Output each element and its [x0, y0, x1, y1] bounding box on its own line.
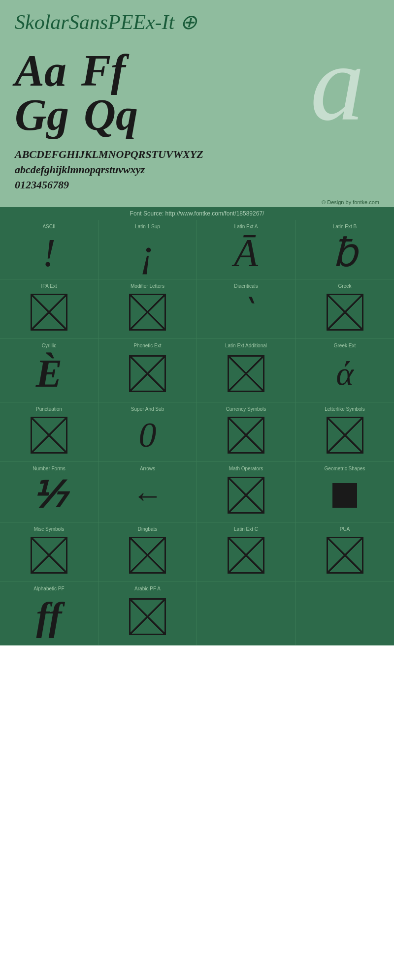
label-misc-symbols: Misc Symbols [34, 526, 65, 532]
cell-currency: Currency Symbols [197, 402, 296, 461]
label-pua: PUA [340, 526, 350, 532]
symbol-pua [327, 535, 363, 576]
source-text: Font Source: http://www.fontke.com/font/… [130, 210, 264, 217]
cell-math-operators: Math Operators [197, 462, 296, 522]
cell-empty-1 [197, 582, 296, 645]
digits: 0123456789 [15, 178, 379, 193]
placeholder-latin-add [228, 355, 264, 392]
letter-row-2: Gg Qq [15, 93, 138, 137]
symbol-misc [31, 535, 67, 576]
symbol-geometric [332, 474, 357, 516]
fraction-glyph: ⅐ [32, 474, 66, 516]
label-dingbats: Dingbats [138, 526, 157, 532]
cell-alphabetic-pf: Alphabetic PF ff [0, 582, 98, 645]
cell-arrows: Arrows ← [98, 462, 197, 522]
placeholder-currency [228, 417, 264, 454]
cell-number-forms: Number Forms ⅐ [0, 462, 98, 522]
cell-latin-ext-a: Latin Ext A Ā [197, 220, 296, 279]
cell-greek: Greek [296, 279, 394, 338]
placeholder-pua [327, 537, 363, 574]
grid-row-5: Number Forms ⅐ Arrows ← Math Operators G… [0, 462, 394, 522]
label-punctuation: Punctuation [36, 406, 62, 412]
symbol-cyrillic: È [36, 351, 62, 396]
grid-row-7: Alphabetic PF ff Arabic PF A [0, 582, 394, 645]
symbol-alphabetic-pf: ff [36, 594, 62, 639]
placeholder-math [228, 477, 264, 514]
symbol-latin-ext-b: ƀ [332, 232, 358, 273]
label-alphabetic-pf: Alphabetic PF [33, 586, 64, 591]
label-number-forms: Number Forms [33, 466, 66, 471]
symbol-latin-ext-c [228, 535, 264, 576]
alpha-glyph: ά [336, 354, 354, 393]
label-arrows: Arrows [140, 466, 155, 471]
letter-pair-aa: Aa [15, 49, 66, 93]
label-diacriticals: Diacriticals [234, 283, 258, 289]
label-latin-ext-b: Latin Ext B [333, 224, 357, 229]
placeholder-modifier [129, 294, 166, 331]
cell-ascii: ASCII ! [0, 220, 98, 279]
cell-greek-ext: Greek Ext ά [296, 339, 394, 402]
symbol-currency [228, 415, 264, 456]
copyright: © Design by fontke.com [0, 197, 394, 207]
letter-pair-ff: Ff [81, 49, 126, 93]
cell-empty-2 [296, 582, 394, 645]
label-super-sub: Super And Sub [131, 406, 164, 412]
label-ipa-ext: IPA Ext [41, 283, 57, 289]
symbol-arrows: ← [132, 474, 163, 516]
placeholder-phonetic [129, 355, 166, 392]
placeholder-arabic [129, 598, 166, 635]
letter-pair-gg: Gg [15, 93, 69, 137]
label-latin-ext-a: Latin Ext A [234, 224, 258, 229]
placeholder-greek [327, 294, 363, 331]
big-letter: a [310, 29, 364, 137]
placeholder-latin-c [228, 537, 264, 574]
cell-letterlike: Letterlike Symbols [296, 402, 394, 461]
letter-pairs: Aa Ff Gg Qq [15, 49, 138, 137]
label-greek: Greek [338, 283, 351, 289]
ligature-glyph: ff [36, 594, 62, 639]
label-latin-ext-additional: Latin Ext Additional [225, 343, 267, 348]
cell-latin-ext-additional: Latin Ext Additional [197, 339, 296, 402]
letter-pair-qq: Qq [84, 93, 138, 137]
cell-phonetic-ext: Phonetic Ext [98, 339, 197, 402]
label-greek-ext: Greek Ext [334, 343, 356, 348]
label-phonetic-ext: Phonetic Ext [133, 343, 161, 348]
symbol-dingbats [129, 535, 166, 576]
square-glyph [332, 483, 357, 508]
source-line: Font Source: http://www.fontke.com/font/… [0, 207, 394, 220]
symbol-latin-ext-a: Ā [234, 232, 258, 273]
zero-glyph: 0 [139, 415, 157, 456]
symbol-math-operators [228, 474, 264, 516]
placeholder-punctuation [31, 417, 67, 454]
symbol-phonetic-ext [129, 351, 166, 396]
placeholder-letterlike [327, 417, 363, 454]
label-modifier-letters: Modifier Letters [131, 283, 164, 289]
symbol-greek [327, 292, 363, 333]
symbol-super-sub: 0 [139, 415, 157, 456]
cell-geometric: Geometric Shapes [296, 462, 394, 522]
grid-row-6: Misc Symbols Dingbats Latin Ext C PUA [0, 522, 394, 582]
symbol-latin1sup: ¡ [140, 232, 155, 273]
label-cyrillic: Cyrillic [42, 343, 56, 348]
placeholder-dingbats [129, 537, 166, 574]
cell-diacriticals: Diacriticals ˋ [197, 279, 296, 338]
symbol-greek-ext: ά [336, 351, 354, 396]
symbol-arabic-pf-a [129, 594, 166, 639]
grid-row-2: IPA Ext Modifier Letters Diacriticals ˋ … [0, 279, 394, 339]
cell-misc-symbols: Misc Symbols [0, 522, 98, 582]
label-latin-ext-c: Latin Ext C [234, 526, 258, 532]
symbol-latin-ext-add [228, 351, 264, 396]
header-section: SkolarSansPEEx-It ⊕ Aa Ff Gg Qq a [0, 0, 394, 142]
symbol-ipa-ext [31, 292, 67, 333]
specimen-area: Aa Ff Gg Qq a [15, 39, 379, 137]
symbol-ascii: ! [42, 232, 56, 273]
symbol-diacriticals: ˋ [237, 292, 255, 333]
grid-section: ASCII ! Latin 1 Sup ¡ Latin Ext A Ā Lati… [0, 220, 394, 645]
symbol-modifier-letters [129, 292, 166, 333]
symbol-letterlike [327, 415, 363, 456]
label-letterlike: Letterlike Symbols [325, 406, 365, 412]
alphabet-upper: ABCDEFGHIJKLMNOPQRSTUVWXYZ [15, 147, 379, 162]
font-title-text: SkolarSansPEEx-It [15, 11, 174, 33]
tick-glyph: ˋ [235, 292, 256, 334]
cell-cyrillic: Cyrillic È [0, 339, 98, 402]
